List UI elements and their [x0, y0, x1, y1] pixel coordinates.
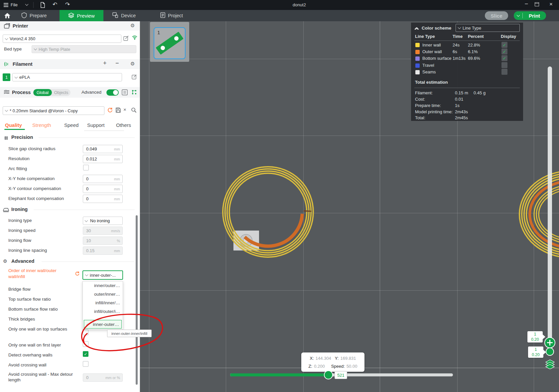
one-wall-top-checkbox[interactable]: [83, 330, 88, 335]
printer-edit-icon[interactable]: [123, 36, 129, 42]
filament-select[interactable]: ePLA: [12, 73, 122, 81]
outer-wall-swatch: [415, 50, 420, 54]
setting-label: X-Y contour compensation: [8, 186, 77, 191]
layer-badge-top: 10.20: [527, 331, 543, 343]
tab-quality-underline: [4, 129, 25, 130]
redo-icon[interactable]: ↷: [65, 1, 70, 8]
avoid-crossing-checkbox[interactable]: [83, 361, 88, 367]
ironing-speed-input[interactable]: 30mm/s: [83, 227, 123, 235]
maximize-button[interactable]: [535, 2, 539, 6]
filament-edit-icon[interactable]: [132, 74, 137, 81]
dropdown-option[interactable]: infill/inner/…: [83, 299, 123, 307]
objects-tree-icon[interactable]: [131, 89, 137, 97]
remove-filament-icon[interactable]: −: [115, 60, 119, 67]
xy-contour-comp-input[interactable]: 0mm: [83, 185, 123, 193]
process-global-toggle[interactable]: Global: [33, 89, 52, 96]
layer-slider-track[interactable]: [548, 66, 552, 348]
tab-others[interactable]: Others: [116, 122, 131, 128]
undo-icon[interactable]: ↶: [53, 1, 57, 8]
tab-project[interactable]: Project: [160, 10, 183, 21]
layer-slider-add-handle[interactable]: [544, 337, 555, 348]
order-walls-select[interactable]: inner-outer-...: [82, 270, 123, 280]
file-menu-chevron-icon[interactable]: [25, 3, 29, 6]
tab-strength[interactable]: Strength: [32, 122, 51, 128]
add-filament-icon[interactable]: +: [103, 60, 107, 67]
option-tooltip: inner-outer-inner/infill: [107, 330, 152, 337]
col-line-type: Line Type: [415, 34, 435, 39]
order-walls-dropdown: inner/outer… outer/inner… infill/inner/……: [82, 281, 123, 330]
dropdown-option[interactable]: infill/outer/i…: [83, 307, 123, 316]
precision-icon: [3, 135, 9, 142]
save-preset-icon[interactable]: [115, 107, 121, 114]
tab-support[interactable]: Support: [87, 122, 105, 128]
bottom-surface-swatch: [415, 56, 420, 61]
elephant-foot-input[interactable]: 0mm: [83, 195, 123, 203]
tab-quality[interactable]: Quality: [5, 122, 22, 128]
slice-gap-input[interactable]: 0.049mm: [83, 145, 123, 153]
plate-thumbnail-selected[interactable]: 1: [154, 27, 186, 59]
tab-device[interactable]: Device: [112, 10, 136, 21]
layers-view-icon[interactable]: [545, 359, 555, 370]
nav-bar: Prepare Preview Device Project Slice Pri…: [0, 10, 559, 21]
max-detour-input[interactable]: 0mm or %: [83, 373, 123, 382]
collapse-panel-icon[interactable]: [415, 27, 418, 32]
dropdown-option-selected[interactable]: ✓ inner-outer…: [84, 320, 122, 329]
display-checkbox[interactable]: ✓: [501, 55, 507, 61]
reset-order-icon[interactable]: [74, 271, 80, 278]
layer-badge-bottom: 10.20: [528, 346, 543, 358]
printer-preset-select[interactable]: Voron2.4 350: [3, 35, 121, 43]
xy-hole-comp-input[interactable]: 0mm: [83, 175, 123, 183]
process-preset-select[interactable]: * 0.20mm Standard @Voron - Copy: [3, 106, 104, 115]
bed-type-select[interactable]: High Temp Plate: [32, 45, 136, 53]
hamburger-icon[interactable]: [3, 3, 9, 9]
global-objects-switch[interactable]: Global Objects: [33, 89, 70, 96]
advanced-mode-toggle[interactable]: [106, 89, 119, 96]
col-time: Time: [453, 34, 463, 39]
position-tooltip: X:144.304 Y:169.831 Z:0.200 Speed:50.00: [301, 352, 364, 372]
filament-slot-badge: 1: [3, 73, 10, 81]
reset-preset-icon[interactable]: [107, 107, 113, 115]
printer-section-header: Printer ⚙: [0, 21, 140, 31]
ironing-flow-input[interactable]: 10%: [83, 237, 123, 245]
process-objects-toggle[interactable]: Objects: [52, 89, 70, 96]
tab-speed[interactable]: Speed: [64, 122, 78, 128]
ironing-spacing-input[interactable]: 0.15mm: [83, 246, 123, 255]
print-button[interactable]: Print: [514, 11, 546, 20]
display-checkbox[interactable]: [501, 69, 507, 75]
printer-settings-gear-icon[interactable]: ⚙: [130, 23, 135, 29]
setting-label: Ironing speed: [8, 228, 77, 233]
detect-overhang-checkbox[interactable]: ✓: [83, 351, 88, 357]
slice-button[interactable]: Slice: [485, 11, 508, 20]
resolution-input[interactable]: 0.012mm: [83, 155, 123, 163]
tab-preview[interactable]: Preview: [60, 10, 103, 21]
filament-settings-gear-icon[interactable]: ⚙: [130, 61, 135, 67]
move-slider-handle[interactable]: [324, 370, 333, 379]
wifi-connected-icon[interactable]: [132, 35, 138, 41]
display-checkbox[interactable]: [501, 62, 507, 68]
save-project-icon[interactable]: [40, 2, 45, 10]
panel-title: Color scheme: [422, 26, 451, 31]
delete-preset-icon[interactable]: ×: [123, 107, 126, 112]
layer-slider-bottom-handle[interactable]: [546, 347, 554, 356]
process-list-icon[interactable]: [122, 89, 128, 97]
settings-scrollbar[interactable]: [136, 215, 138, 385]
ironing-type-select[interactable]: No ironing: [83, 217, 123, 225]
minimize-button[interactable]: –: [522, 1, 531, 9]
display-checkbox[interactable]: ✓: [501, 49, 507, 54]
print-options-chevron-icon[interactable]: [514, 14, 522, 17]
home-button[interactable]: [4, 10, 11, 21]
dropdown-option[interactable]: outer/inner…: [83, 290, 123, 299]
dropdown-option[interactable]: inner/outer…: [83, 281, 123, 290]
search-preset-icon[interactable]: [131, 107, 137, 114]
total-estimation-header: Total estimation: [415, 80, 448, 85]
setting-label: Top surface flow ratio: [8, 296, 77, 302]
setting-label: Ironing line spacing: [8, 247, 77, 253]
arc-fitting-checkbox[interactable]: [83, 165, 89, 170]
plate-thumbnail-card[interactable]: 1: [150, 22, 189, 62]
close-button[interactable]: ×: [547, 1, 555, 9]
display-checkbox[interactable]: ✓: [501, 42, 507, 48]
file-menu[interactable]: File: [11, 2, 18, 7]
tab-prepare[interactable]: Prepare: [21, 10, 47, 21]
view-mode-select[interactable]: Line Type: [456, 24, 520, 32]
one-wall-first-layer-checkbox[interactable]: [83, 341, 88, 347]
